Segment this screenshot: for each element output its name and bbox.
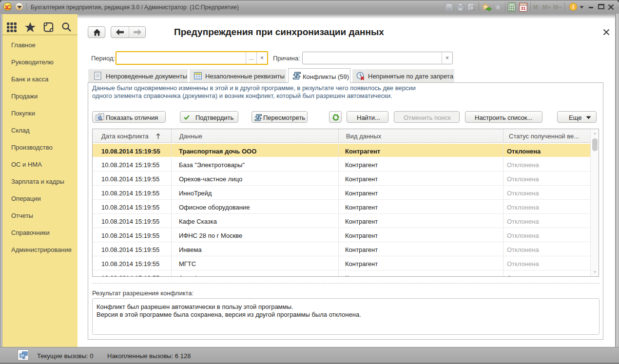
svg-text:31: 31: [521, 6, 525, 11]
